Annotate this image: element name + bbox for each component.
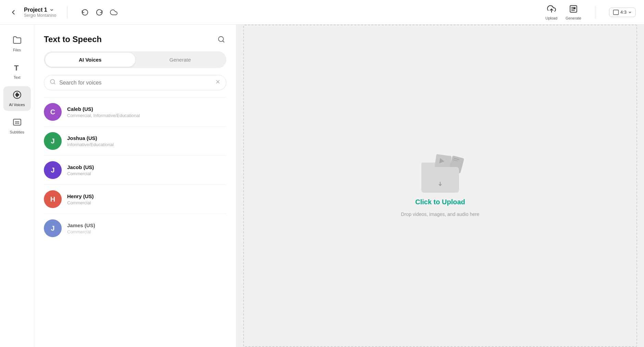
upload-label: Click to Upload [415, 198, 465, 206]
sidebar-subtitles-label: Subtitles [10, 130, 24, 134]
svg-text:T: T [14, 64, 18, 72]
voice-avatar-joshua: J [44, 132, 62, 150]
voice-info-extra: James (US) Commercial [67, 222, 95, 234]
voice-name-caleb: Caleb (US) [67, 106, 140, 112]
voice-avatar-jacob: J [44, 161, 62, 179]
generate-label: Generate [566, 16, 581, 20]
panel-title: Text to Speech [44, 35, 102, 44]
svg-line-15 [54, 83, 55, 84]
search-input[interactable] [59, 80, 212, 86]
voice-tags-extra: Commercial [67, 229, 95, 234]
voice-name-henry: Henry (US) [67, 193, 94, 199]
header-divider [67, 6, 67, 18]
canvas-area[interactable]: Click to Upload Drop videos, images, and… [236, 25, 644, 347]
header-right-divider [595, 6, 595, 18]
main-layout: Files T Text AI Voices [0, 25, 644, 347]
voice-info-henry: Henry (US) Commercial [67, 193, 94, 205]
voice-info-jacob: Jacob (US) Commercial [67, 164, 94, 176]
svg-rect-3 [613, 10, 618, 15]
sidebar-item-ai-voices[interactable]: AI Voices [3, 86, 31, 111]
tab-ai-voices[interactable]: AI Voices [45, 53, 135, 67]
voice-item-extra[interactable]: J James (US) Commercial [34, 214, 236, 243]
redo-button[interactable] [93, 6, 106, 19]
voice-info-joshua: Joshua (US) Informative/Educational [67, 135, 114, 147]
folder-body [421, 167, 459, 193]
back-button[interactable] [8, 7, 18, 17]
upload-action[interactable]: Upload [545, 4, 557, 20]
voice-avatar-caleb: C [44, 103, 62, 121]
voice-tags-joshua: Informative/Educational [67, 142, 114, 147]
generate-action[interactable]: Generate [566, 4, 581, 20]
voice-name-extra: James (US) [67, 222, 95, 228]
panel-search-button[interactable] [216, 34, 226, 44]
subtitles-icon [13, 118, 22, 129]
voice-avatar-extra: J [44, 219, 62, 237]
voice-name-joshua: Joshua (US) [67, 135, 114, 141]
header-right: Upload Generate 4:3 [545, 4, 636, 20]
voice-avatar-henry: H [44, 190, 62, 208]
header: Project 1 Sergio Montanino Upload [0, 0, 644, 25]
panel: Text to Speech AI Voices Generate C [34, 25, 236, 347]
svg-rect-2 [574, 8, 575, 9]
cloud-save-button[interactable] [107, 6, 120, 19]
sidebar-item-text[interactable]: T Text [3, 59, 31, 83]
voice-info-caleb: Caleb (US) Commercial, Informative/Educa… [67, 106, 140, 118]
voice-item-caleb[interactable]: C Caleb (US) Commercial, Informative/Edu… [34, 98, 236, 126]
voice-name-jacob: Jacob (US) [67, 164, 94, 170]
search-clear-button[interactable] [215, 79, 221, 86]
files-icon [13, 36, 22, 47]
tab-container: AI Voices Generate [44, 51, 226, 68]
ai-voices-icon [13, 90, 22, 101]
project-title[interactable]: Project 1 [24, 7, 56, 13]
project-subtitle: Sergio Montanino [24, 13, 56, 18]
project-title-text: Project 1 [24, 7, 47, 13]
voice-list: C Caleb (US) Commercial, Informative/Edu… [34, 97, 236, 347]
sidebar-text-label: Text [13, 75, 20, 79]
tab-generate[interactable]: Generate [135, 53, 225, 67]
svg-line-13 [223, 41, 224, 42]
svg-rect-11 [13, 119, 21, 125]
upload-icon [547, 4, 556, 15]
sidebar-item-subtitles[interactable]: Subtitles [3, 114, 31, 138]
text-icon: T [13, 63, 22, 74]
search-icon [50, 79, 56, 87]
undo-button[interactable] [78, 6, 91, 19]
upload-label: Upload [545, 16, 557, 20]
sidebar-ai-voices-label: AI Voices [9, 103, 25, 107]
voice-tags-caleb: Commercial, Informative/Educational [67, 113, 140, 118]
toolbar-actions [78, 6, 120, 19]
upload-sublabel: Drop videos, images, and audio here [401, 211, 480, 217]
header-left: Project 1 Sergio Montanino [8, 6, 120, 19]
voice-item-jacob[interactable]: J Jacob (US) Commercial [34, 156, 236, 184]
generate-icon [569, 4, 578, 15]
sidebar: Files T Text AI Voices [0, 25, 34, 347]
voice-item-joshua[interactable]: J Joshua (US) Informative/Educational [34, 127, 236, 155]
canvas-drop-zone[interactable]: Click to Upload Drop videos, images, and… [243, 25, 637, 347]
search-bar [44, 75, 226, 90]
sidebar-files-label: Files [13, 48, 21, 52]
voice-tags-henry: Commercial [67, 200, 94, 205]
voice-tags-jacob: Commercial [67, 171, 94, 176]
panel-header: Text to Speech [34, 25, 236, 51]
aspect-ratio-button[interactable]: 4:3 [609, 8, 636, 17]
aspect-ratio-label: 4:3 [620, 10, 627, 15]
sidebar-item-files[interactable]: Files [3, 31, 31, 56]
upload-illustration [418, 155, 462, 193]
voice-item-henry[interactable]: H Henry (US) Commercial [34, 185, 236, 214]
project-info: Project 1 Sergio Montanino [24, 7, 56, 18]
